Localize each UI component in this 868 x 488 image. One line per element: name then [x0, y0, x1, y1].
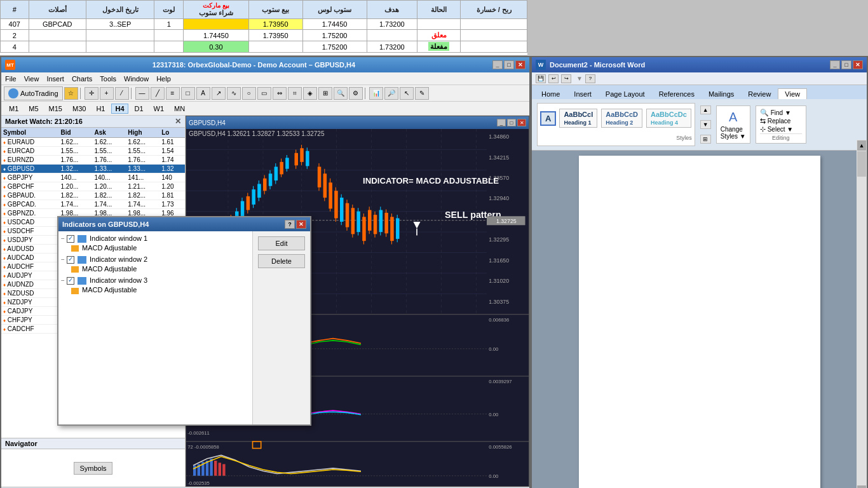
- tab-page-layout[interactable]: Page Layout: [599, 88, 652, 99]
- tab-review[interactable]: Review: [741, 88, 778, 99]
- word-minimize-btn[interactable]: _: [830, 60, 840, 69]
- word-qat-undo[interactable]: ↩: [548, 74, 559, 83]
- toolbar-line[interactable]: ⁄: [115, 87, 129, 100]
- tf-mn[interactable]: MN: [170, 104, 189, 114]
- style-heading2[interactable]: AaBbCcDHeading 2: [601, 109, 642, 128]
- toolbar-zoomout[interactable]: 🔎: [384, 87, 398, 100]
- chart-close-btn[interactable]: ✕: [517, 119, 526, 126]
- toolbar-prop[interactable]: ⚙: [349, 87, 363, 100]
- toolbar-fibo[interactable]: ≡: [166, 87, 180, 100]
- toolbar-draw[interactable]: ✎: [415, 87, 429, 100]
- mw-close-btn[interactable]: ✕: [175, 117, 181, 126]
- market-watch-row[interactable]: ♦ GBPUSD1.32...1.33...1.33...1.32: [1, 165, 185, 173]
- tree-group-3[interactable]: − Indicator window 3: [61, 276, 250, 285]
- toolbar-hline[interactable]: —: [135, 87, 149, 100]
- scrollbar-down-btn[interactable]: ▼: [857, 485, 866, 488]
- find-btn[interactable]: 🔍 Find ▼: [760, 109, 802, 117]
- style-heading4[interactable]: AaBbCcDcHeading 4: [646, 109, 691, 128]
- dialog-help-btn[interactable]: ?: [285, 220, 295, 229]
- style-sample-highlighted[interactable]: A: [540, 111, 556, 126]
- market-watch-row[interactable]: ♦ EURAUD1.62...1.62...1.62...1.61: [1, 138, 185, 147]
- toolbar-periods[interactable]: 📊: [369, 87, 383, 100]
- menu-tools[interactable]: Tools: [100, 75, 116, 83]
- change-styles-btn[interactable]: ChangeStyles ▼: [721, 126, 746, 140]
- mt-close-btn[interactable]: ✕: [515, 60, 526, 69]
- toolbar-rect2[interactable]: ▭: [257, 87, 271, 100]
- toolbar-trend[interactable]: ╱: [151, 87, 165, 100]
- tab-insert[interactable]: Insert: [567, 88, 599, 99]
- chart-minimize-btn[interactable]: _: [497, 119, 506, 126]
- toolbar-expand[interactable]: ⇔: [273, 87, 287, 100]
- tf-m5[interactable]: M5: [25, 104, 42, 114]
- tab-home[interactable]: Home: [534, 88, 567, 99]
- tf-d1[interactable]: D1: [131, 104, 147, 114]
- autotrading-btn[interactable]: AutoTrading: [4, 86, 63, 100]
- tree-indicator-1-1[interactable]: MACD Adjustable: [61, 243, 250, 252]
- style-heading1[interactable]: AaBbCclHeading 1: [559, 109, 597, 128]
- edit-button[interactable]: Edit: [258, 236, 305, 250]
- tf-m30[interactable]: M30: [69, 104, 90, 114]
- toolbar-oval[interactable]: ○: [242, 87, 256, 100]
- chart-restore-btn[interactable]: □: [507, 119, 516, 126]
- toolbar-cursor[interactable]: ↖: [400, 87, 414, 100]
- tf-m1[interactable]: M1: [5, 104, 22, 114]
- tf-w1[interactable]: W1: [150, 104, 168, 114]
- select-btn[interactable]: ⊹ Select ▼: [760, 125, 802, 133]
- market-watch-row[interactable]: ♦ GBPJPY140...140...141...140: [1, 173, 185, 182]
- word-help-btn[interactable]: ?: [585, 74, 595, 83]
- styles-scroll-expand[interactable]: ⊞: [700, 135, 711, 144]
- delete-button[interactable]: Delete: [258, 254, 305, 268]
- toolbar-indicator2[interactable]: ⊞: [318, 87, 332, 100]
- tf-h4[interactable]: H4: [111, 104, 128, 114]
- tab-mailings[interactable]: Mailings: [702, 88, 741, 99]
- menu-file[interactable]: File: [5, 75, 17, 83]
- symbols-button[interactable]: Symbols: [74, 462, 112, 475]
- svg-rect-70: [334, 191, 338, 218]
- mt-maximize-btn[interactable]: □: [504, 60, 514, 69]
- mt-minimize-btn[interactable]: _: [492, 60, 503, 69]
- word-close-btn[interactable]: ✕: [853, 60, 863, 69]
- menu-help[interactable]: Help: [156, 75, 171, 83]
- tree-group-1[interactable]: − Indicator window 1: [61, 234, 250, 243]
- tab-references[interactable]: References: [652, 88, 702, 99]
- dialog-close-btn[interactable]: ✕: [296, 220, 306, 229]
- tree-checkbox-2[interactable]: [67, 256, 74, 264]
- market-watch-row[interactable]: ♦ GBPCAD.1.74...1.74...1.74...1.73: [1, 200, 185, 209]
- word-qat-save[interactable]: 💾: [536, 74, 546, 83]
- market-watch-row[interactable]: ♦ GBPCHF1.20...1.20...1.21...1.20: [1, 182, 185, 191]
- replace-btn[interactable]: ⇆ Replace: [760, 117, 802, 125]
- tree-indicator-2-1[interactable]: MACD Adjustable: [61, 264, 250, 273]
- tree-group-2[interactable]: − Indicator window 2: [61, 255, 250, 264]
- tf-h1[interactable]: H1: [92, 104, 109, 114]
- market-watch-row[interactable]: ♦ EURNZD1.76...1.76...1.76...1.74: [1, 156, 185, 165]
- toolbar-text[interactable]: A: [196, 87, 210, 100]
- tree-checkbox-3[interactable]: [67, 277, 74, 285]
- menu-view[interactable]: View: [24, 75, 39, 83]
- scrollbar-up-btn[interactable]: ▲: [857, 140, 866, 151]
- toolbar-rect[interactable]: □: [181, 87, 195, 100]
- toolbar-zoom-in[interactable]: +: [100, 87, 114, 100]
- menu-insert[interactable]: Insert: [46, 75, 64, 83]
- word-scrollbar[interactable]: ▲ ▼: [857, 140, 867, 488]
- toolbar-zoom[interactable]: 🔍: [334, 87, 348, 100]
- toolbar-arrow2[interactable]: ↗: [212, 87, 226, 100]
- toolbar-crosshair[interactable]: ✛: [85, 87, 98, 100]
- menu-window[interactable]: Window: [124, 75, 149, 83]
- mw-low-cell: 140: [159, 173, 185, 182]
- tree-checkbox-1[interactable]: [67, 235, 74, 243]
- toolbar-arrow[interactable]: ☆: [64, 87, 78, 100]
- styles-scroll-up[interactable]: ▲: [700, 105, 711, 114]
- toolbar-fibo2[interactable]: ⌗: [288, 87, 302, 100]
- toolbar-indicator[interactable]: ◈: [303, 87, 317, 100]
- word-qat-redo[interactable]: ↪: [561, 74, 571, 83]
- market-watch-row[interactable]: ♦ EURCAD1.55...1.55...1.55...1.54: [1, 147, 185, 156]
- scrollbar-thumb[interactable]: [857, 151, 866, 177]
- tree-indicator-3-1[interactable]: MACD Adjustable: [61, 285, 250, 294]
- tf-m15[interactable]: M15: [45, 104, 66, 114]
- styles-scroll-down[interactable]: ▼: [700, 120, 711, 129]
- word-maximize-btn[interactable]: □: [841, 60, 851, 69]
- toolbar-wave[interactable]: ∿: [227, 87, 241, 100]
- menu-charts[interactable]: Charts: [72, 75, 92, 83]
- market-watch-row[interactable]: ♦ GBPAUD.1.82...1.82...1.82...1.81: [1, 191, 185, 200]
- tab-view[interactable]: View: [778, 88, 807, 99]
